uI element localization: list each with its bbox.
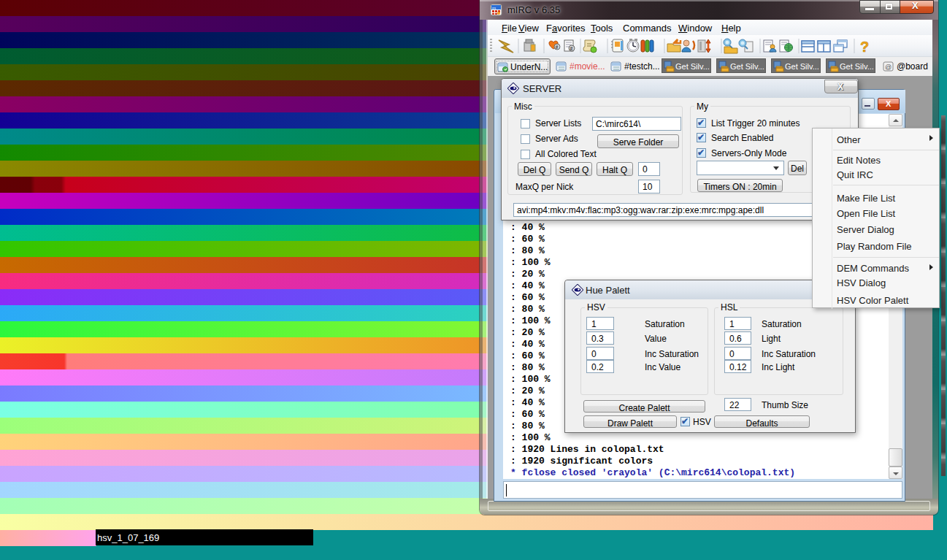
svg-text:@: @ bbox=[885, 64, 892, 71]
svg-text:#: # bbox=[556, 45, 559, 50]
svg-text:m: m bbox=[492, 6, 496, 10]
svg-text:#: # bbox=[570, 46, 573, 51]
svg-text:?: ? bbox=[860, 39, 869, 55]
